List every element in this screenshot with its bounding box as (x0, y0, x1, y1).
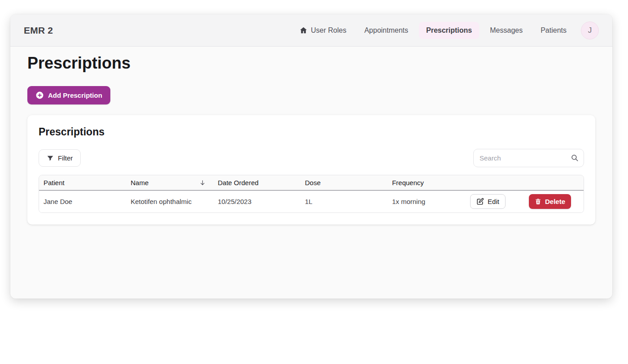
cell-frequency: 1x morning (388, 191, 464, 212)
nav-item-prescriptions[interactable]: Prescriptions (419, 22, 479, 39)
nav-item-appointments[interactable]: Appointments (357, 22, 415, 39)
cell-date-ordered: 10/25/2023 (213, 191, 300, 212)
filter-button[interactable]: Filter (39, 149, 81, 167)
pencil-square-icon (476, 198, 484, 205)
nav-item-label: Messages (490, 26, 523, 35)
filter-button-label: Filter (58, 154, 73, 162)
column-header-frequency[interactable]: Frequency (388, 175, 464, 191)
nav-item-messages[interactable]: Messages (483, 22, 530, 39)
table-toolbar: Filter (39, 149, 584, 167)
trash-icon (535, 198, 541, 205)
column-header-date-ordered[interactable]: Date Ordered (213, 175, 300, 191)
prescriptions-card: Prescriptions Filter (27, 115, 595, 225)
main-content: Prescriptions Add Prescription Prescript… (10, 47, 612, 225)
home-icon (300, 26, 307, 34)
search-icon (571, 154, 579, 162)
funnel-icon (47, 155, 54, 162)
cell-dose: 1L (301, 191, 388, 212)
nav-item-label: Patients (541, 26, 567, 35)
column-header-name-label: Name (131, 179, 148, 186)
card-title: Prescriptions (39, 126, 584, 138)
table-header-row: Patient Name Date Ordered Dose (39, 175, 584, 191)
edit-button[interactable]: Edit (470, 194, 506, 209)
main-nav: User Roles Appointments Prescriptions Me… (292, 22, 574, 39)
user-avatar[interactable]: J (581, 22, 599, 39)
row-actions: Edit Delete (468, 194, 579, 209)
prescriptions-table: Patient Name Date Ordered Dose (39, 175, 584, 213)
top-nav-bar: EMR 2 User Roles Appointments Prescripti… (10, 14, 612, 47)
cell-patient: Jane Doe (39, 191, 126, 212)
delete-button[interactable]: Delete (529, 194, 571, 209)
delete-button-label: Delete (545, 198, 565, 205)
search-box (473, 149, 584, 167)
plus-circle-icon (35, 91, 44, 100)
app-logo: EMR 2 (24, 25, 53, 36)
column-header-dose[interactable]: Dose (301, 175, 388, 191)
app-window: EMR 2 User Roles Appointments Prescripti… (10, 14, 612, 299)
nav-item-user-roles[interactable]: User Roles (292, 22, 353, 39)
sort-descending-icon[interactable] (199, 179, 206, 186)
page-title: Prescriptions (27, 53, 595, 73)
column-header-patient[interactable]: Patient (39, 175, 126, 191)
search-input[interactable] (473, 149, 584, 167)
add-prescription-label: Add Prescription (48, 91, 102, 99)
cell-name: Ketotifen ophthalmic (126, 191, 213, 212)
column-header-name[interactable]: Name (126, 175, 213, 191)
nav-item-label: User Roles (311, 26, 346, 35)
nav-item-patients[interactable]: Patients (533, 22, 574, 39)
nav-item-label: Appointments (364, 26, 408, 35)
column-header-actions (464, 175, 584, 191)
table-row: Jane Doe Ketotifen ophthalmic 10/25/2023… (39, 191, 584, 212)
edit-button-label: Edit (488, 198, 499, 205)
add-prescription-button[interactable]: Add Prescription (27, 86, 110, 104)
avatar-initial: J (588, 26, 592, 35)
nav-item-label: Prescriptions (426, 26, 472, 35)
